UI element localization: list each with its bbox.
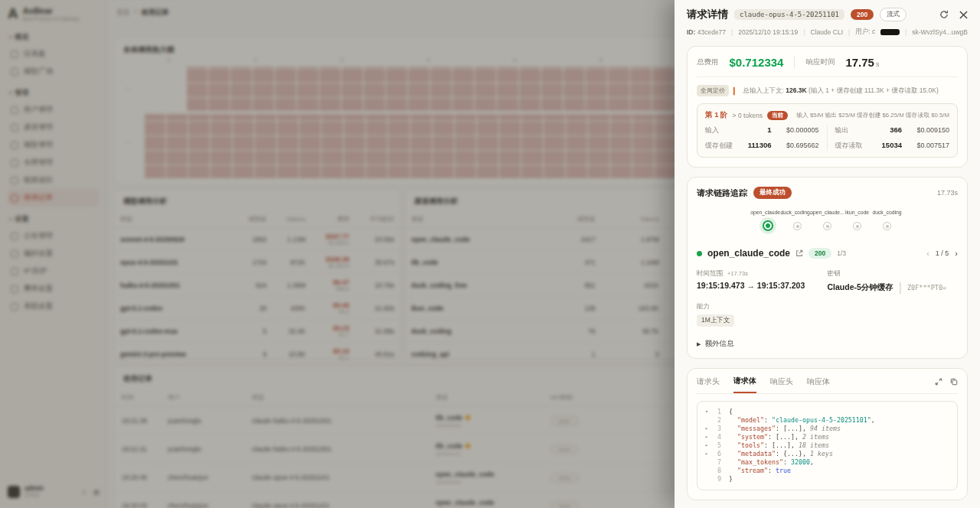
code-line: 8"stream": true [705,467,949,475]
request-detail-drawer: 请求详情 claude-opus-4-5-20251101 200 流式 ID:… [675,0,980,508]
latency-label: 响应时间 [805,57,835,67]
request-id: 43cede77 [697,28,726,36]
expand-icon[interactable] [935,375,942,389]
tab-request-body[interactable]: 请求体 [733,376,756,393]
code-line: 2"model": "claude-opus-4-5-20251101", [705,416,949,425]
capability-chip: 1M上下文 [697,314,734,327]
time-range-value: 19:15:19.473 → 19:15:37.203 [697,281,828,290]
drawer-header: 请求详情 claude-opus-4-5-20251101 200 流式 [687,8,968,21]
context-detail: (输入 1 + 缓存创建 111.3K + 缓存读取 15.0K) [808,86,939,94]
api-key-masked: sk-WvzlSy4...uwgB [912,28,968,36]
inspector-tabs: 请求头 请求体 响应头 响应体 [697,375,958,394]
node-icon [823,222,831,230]
divider [697,77,958,77]
node-icon [793,222,802,230]
divider [794,57,795,69]
collapse-arrow-icon[interactable]: ▾ [705,408,712,416]
collapse-arrow-icon[interactable]: ▸ [705,450,712,458]
context-bar-icon: ▎ [733,87,739,95]
code-line: ▸6"metadata": {...}, 1 keys [705,450,949,458]
attempt-details: 时间范围+17.73s 19:15:19.473 → 19:15:37.203 … [697,269,958,295]
drawer-title: 请求详情 [687,8,728,21]
active-node-icon [763,220,773,231]
time-delta: +17.73s [727,270,748,277]
capability-label: 能力 [697,302,958,311]
code-line: ▸3"messages": [...], 94 items [705,425,949,433]
trace-timeline: open_claude... duck_coding... open_claud… [697,210,958,231]
total-cost-value: $0.712334 [730,56,784,69]
stat-cache-read: 缓存读取15034$0.007517 [835,141,950,151]
node-icon [853,222,861,230]
next-attempt-icon[interactable]: › [955,249,958,258]
time-range-label: 时间范围 [697,269,723,277]
trace-node[interactable]: ikun_code [842,210,872,231]
user-label: 用户: c [855,28,875,37]
code-line: ▾1{ [705,408,949,416]
refresh-icon[interactable] [939,10,949,19]
attempt-channel-name: open_claude_code [707,248,790,259]
context-total: 126.3K [786,86,806,94]
attempt-header: open_claude_code 200 1/3 ‹ 1 / 5 › [697,246,958,260]
json-viewer: ▾1{ 2"model": "claude-opus-4-5-20251101"… [697,401,958,490]
trace-node[interactable]: duck_coding... [782,210,812,231]
trace-card: 请求链路追踪 最终成功 17.73s open_claude... duck_c… [687,177,968,359]
redacted-username [880,29,900,35]
status-badge: 200 [851,9,874,20]
tier-range: > 0 tokens [733,112,763,119]
attempt-count: 1/3 [837,249,846,257]
key-label: 密钥 [828,269,959,278]
context-summary: 全局定价 ▎ 总输入上下文: 126.3K (输入 1 + 缓存创建 111.3… [697,85,958,96]
pricing-tier-box: 第 1 阶 > 0 tokens 当前 输入 $5/M 输出 $25/M 缓存创… [697,103,958,158]
request-time: 2025/12/10 19:15:19 [738,28,798,36]
close-icon[interactable] [959,11,968,19]
key-masked-value: Z0F***PT0= [907,284,946,291]
pricing-scope-chip: 全局定价 [697,85,729,96]
collapse-arrow-icon[interactable]: ▸ [705,433,712,441]
trace-duration: 17.73s [937,189,958,197]
stat-cache-create: 缓存创建111306$0.695662 [705,141,819,151]
cost-card: 总费用 $0.712334 响应时间 17.75s 全局定价 ▎ 总输入上下文:… [687,46,968,168]
key-name: Claude-5分钟缓存 [828,282,893,293]
stat-output: 输出366$0.009150 [835,125,950,135]
tab-response-headers[interactable]: 响应头 [770,376,793,392]
code-line: 7"max_tokens": 32000, [705,458,949,467]
code-line: ▸5"tools": [...], 18 items [705,441,949,450]
token-stats: 输入1$0.000005 缓存创建111306$0.695662 输出366$0… [705,125,949,151]
trace-node[interactable]: duck_coding [872,210,902,231]
external-link-icon[interactable] [795,246,803,260]
attempt-page: 1 / 5 [936,249,949,257]
success-dot-icon [697,251,702,256]
stat-input: 输入1$0.000005 [705,125,819,135]
stream-badge: 流式 [880,8,906,21]
copy-icon[interactable] [950,375,958,389]
trace-node[interactable]: open_claude... [753,210,782,231]
code-line: ▸4"system": [...], 2 items [705,433,949,441]
collapse-arrow-icon[interactable]: ▸ [705,425,712,433]
prev-attempt-icon[interactable]: ‹ [926,249,929,258]
attempt-pager: ‹ 1 / 5 › [926,249,958,258]
tier-rates: 输入 $5/M 输出 $25/M 缓存创建 $6.25/M 缓存读取 $0.5/… [796,111,949,119]
payload-inspector-card: 请求头 请求体 响应头 响应体 ▾1{ 2"model": "claude-op… [687,368,968,500]
client-name: Claude CLI [811,28,844,36]
tab-request-headers[interactable]: 请求头 [697,376,720,392]
collapse-arrow-icon[interactable]: ▸ [705,441,712,450]
request-meta: ID: 43cede77 | 2025/12/10 19:15:19 | Cla… [687,28,968,37]
code-line: 9} [705,475,949,484]
tab-response-body[interactable]: 响应体 [807,376,830,392]
latency-value: 17.75s [845,56,879,69]
final-status-badge: 最终成功 [753,187,792,199]
extra-info-toggle[interactable]: ▶ 额外信息 [697,339,958,349]
tier-name: 第 1 阶 [705,110,728,120]
trace-title: 请求链路追踪 [697,187,747,199]
chevron-right-icon: ▶ [697,341,701,347]
attempt-status-badge: 200 [808,248,831,259]
node-icon [883,222,891,230]
current-tier-badge: 当前 [767,111,788,120]
model-chip: claude-opus-4-5-20251101 [734,9,844,20]
total-cost-label: 总费用 [697,57,719,67]
trace-node[interactable]: open_claude... [812,210,842,231]
